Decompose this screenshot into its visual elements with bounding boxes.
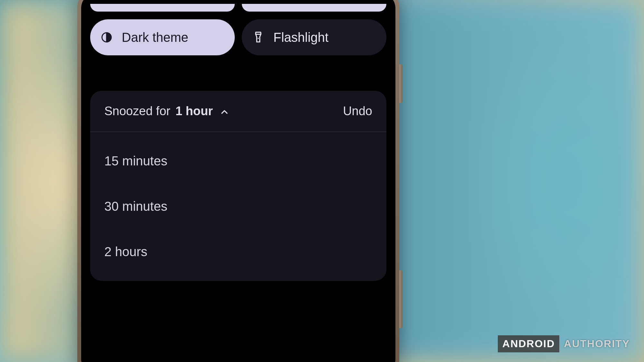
undo-button[interactable]: Undo bbox=[343, 104, 372, 118]
snooze-option[interactable]: 30 minutes bbox=[90, 184, 386, 229]
flashlight-tile[interactable]: Flashlight bbox=[242, 19, 386, 55]
snooze-duration-toggle[interactable]: Snoozed for 1 hour bbox=[104, 104, 230, 118]
snooze-option[interactable]: 15 minutes bbox=[90, 138, 386, 184]
quick-settings-tile-edge[interactable] bbox=[90, 4, 235, 12]
watermark-suffix: AUTHORITY bbox=[559, 335, 634, 352]
chevron-up-icon bbox=[219, 106, 230, 116]
phone-frame: Dark theme Flashlight Snoozed for 1 ho bbox=[77, 0, 399, 362]
dark-theme-icon bbox=[100, 31, 113, 43]
phone-screen: Dark theme Flashlight Snoozed for 1 ho bbox=[81, 0, 395, 362]
dark-theme-label: Dark theme bbox=[122, 30, 188, 45]
watermark-brand: ANDROID bbox=[498, 335, 559, 352]
snooze-duration-text: 1 hour bbox=[175, 104, 213, 118]
snooze-notification-card: Snoozed for 1 hour Undo 15 minutes 30 mi… bbox=[90, 91, 386, 281]
quick-settings-tile-edge[interactable] bbox=[242, 4, 386, 12]
quick-settings-row: Dark theme Flashlight bbox=[90, 19, 386, 55]
watermark: ANDROID AUTHORITY bbox=[498, 335, 634, 352]
phone-side-button bbox=[399, 64, 402, 103]
snooze-option[interactable]: 2 hours bbox=[90, 229, 386, 274]
flashlight-icon bbox=[252, 31, 264, 43]
snooze-prefix-text: Snoozed for bbox=[104, 104, 170, 118]
snooze-header: Snoozed for 1 hour Undo bbox=[90, 91, 386, 132]
dark-theme-tile[interactable]: Dark theme bbox=[90, 19, 235, 55]
quick-settings-row-partial bbox=[90, 4, 386, 12]
flashlight-label: Flashlight bbox=[273, 30, 328, 45]
phone-side-button bbox=[399, 270, 402, 328]
snooze-options-list: 15 minutes 30 minutes 2 hours bbox=[90, 132, 386, 281]
